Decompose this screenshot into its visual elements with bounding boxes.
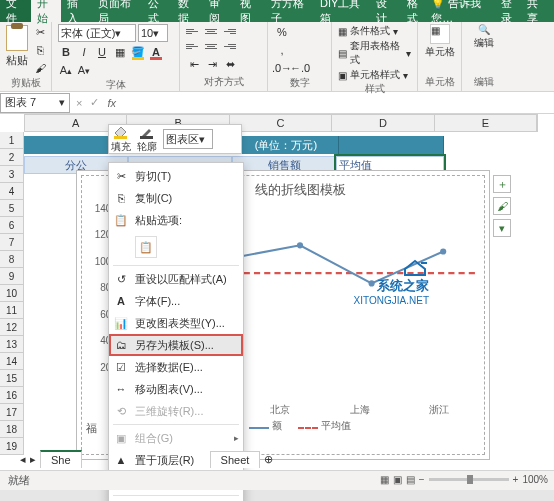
bucket-icon — [113, 125, 129, 139]
scissors-icon: ✂ — [114, 169, 128, 183]
legend-dash-line-icon — [298, 427, 318, 429]
increase-font-button[interactable]: A▴ — [58, 62, 74, 78]
tab-format[interactable]: 格式 — [401, 0, 432, 22]
menu-save-as-template[interactable]: 🗂另存为模板(S)... — [109, 334, 243, 356]
tab-review[interactable]: 审阅 — [203, 0, 234, 22]
clipboard-small-icon: 📋 — [114, 213, 128, 227]
menu-3d-rotation: ⟲三维旋转(R)... — [109, 400, 243, 422]
border-button[interactable]: ▦ — [112, 44, 128, 60]
menu-font[interactable]: A字体(F)... — [109, 290, 243, 312]
sheet-tab-2[interactable]: Sheet — [210, 451, 261, 468]
menu-change-chart-type[interactable]: 📊更改图表类型(Y)... — [109, 312, 243, 334]
chart-elements-button[interactable]: ＋ — [493, 175, 511, 193]
new-sheet-button[interactable]: ⊕ — [264, 453, 273, 466]
share-button[interactable]: 共享 — [527, 0, 546, 26]
conditional-format-button[interactable]: ▦条件格式 ▾ — [338, 24, 398, 38]
increase-decimal-button[interactable]: .0→ — [274, 60, 290, 76]
tab-design[interactable]: 设计 — [370, 0, 401, 22]
fx-icon[interactable]: fx — [107, 97, 116, 109]
house-icon — [401, 257, 429, 277]
menu-move-chart[interactable]: ↔移动图表(V)... — [109, 378, 243, 400]
ribbon-tabs: 文件 开始 插入 页面布局 公式 数据 审阅 视图 方方格子 DIY工具箱 设计… — [0, 0, 431, 22]
cancel-icon[interactable]: × — [76, 97, 82, 109]
percent-button[interactable]: % — [274, 24, 290, 40]
view-page-icon[interactable]: ▣ — [393, 474, 402, 485]
tab-page-layout[interactable]: 页面布局 — [92, 0, 141, 22]
merge-button[interactable]: ⬌ — [222, 56, 238, 72]
chart-area-select[interactable]: 图表区 ▾ — [163, 129, 213, 149]
formula-bar: 图表 7▾ × ✓ fx — [0, 92, 554, 114]
copy-button[interactable]: ⎘ — [32, 42, 48, 58]
alignment-grid[interactable] — [186, 24, 236, 53]
cell-icon: ▣ — [338, 70, 347, 81]
zoom-level[interactable]: 100% — [522, 474, 548, 485]
sheet-nav-next[interactable]: ▸ — [30, 453, 36, 466]
increase-indent-button[interactable]: ⇥ — [204, 56, 220, 72]
comma-button[interactable]: , — [274, 42, 290, 58]
find-icon[interactable]: 🔍 — [478, 24, 490, 35]
cut-button[interactable]: ✂ — [32, 24, 48, 40]
clipboard-group-label: 剪贴板 — [6, 76, 45, 90]
tab-view[interactable]: 视图 — [234, 0, 265, 22]
menu-reset-style[interactable]: ↺重设以匹配样式(A) — [109, 268, 243, 290]
title-bar: 文件 开始 插入 页面布局 公式 数据 审阅 视图 方方格子 DIY工具箱 设计… — [0, 0, 554, 22]
tab-home[interactable]: 开始 — [31, 0, 62, 22]
table-icon: ▦ — [338, 26, 347, 37]
zoom-in-button[interactable]: + — [513, 474, 519, 485]
outline-button[interactable]: 轮廓 — [137, 125, 157, 154]
menu-paste-options: 📋粘贴选项: — [109, 209, 243, 231]
tab-data[interactable]: 数据 — [172, 0, 203, 22]
confirm-icon[interactable]: ✓ — [90, 96, 99, 109]
font-color-button[interactable]: A — [148, 44, 164, 60]
cells-insert-icon[interactable]: ▦ — [430, 24, 450, 44]
cell-styles-button[interactable]: ▣单元格样式 ▾ — [338, 68, 408, 82]
chart-type-icon: 📊 — [114, 316, 128, 330]
column-headers[interactable]: ABCDE — [24, 114, 538, 132]
row-headers[interactable]: 12345678910111213141516171819 — [0, 132, 24, 455]
move-icon: ↔ — [114, 382, 128, 396]
italic-button[interactable]: I — [76, 44, 92, 60]
bold-button[interactable]: B — [58, 44, 74, 60]
decrease-indent-button[interactable]: ⇤ — [186, 56, 202, 72]
underline-button[interactable]: U — [94, 44, 110, 60]
paste-option-1[interactable]: 📋 — [135, 236, 157, 258]
tab-file[interactable]: 文件 — [0, 0, 31, 22]
zoom-out-button[interactable]: − — [419, 474, 425, 485]
chart-styles-button[interactable]: 🖌 — [493, 197, 511, 215]
menu-copy[interactable]: ⎘复制(C) — [109, 187, 243, 209]
grid-icon: ▤ — [338, 48, 347, 59]
pen-icon — [139, 125, 155, 139]
name-box[interactable]: 图表 7▾ — [0, 93, 70, 113]
decrease-font-button[interactable]: A▾ — [76, 62, 92, 78]
editing-group-label: 编辑 — [468, 75, 500, 89]
status-ready: 就绪 — [8, 473, 30, 488]
view-break-icon[interactable]: ▤ — [406, 474, 415, 485]
svg-rect-6 — [114, 136, 127, 139]
fill-color-button[interactable]: 🪣 — [130, 44, 146, 60]
tab-ffgz[interactable]: 方方格子 — [265, 0, 314, 22]
font-icon: A — [114, 294, 128, 308]
tab-insert[interactable]: 插入 — [61, 0, 92, 22]
format-as-table-button[interactable]: ▤套用表格格式 ▾ — [338, 39, 411, 67]
menu-select-data[interactable]: ☑选择数据(E)... — [109, 356, 243, 378]
sheet-tab-1[interactable]: She — [40, 450, 82, 468]
format-painter-button[interactable]: 🖌 — [32, 60, 48, 76]
tab-diy[interactable]: DIY工具箱 — [314, 0, 370, 22]
copy-icon: ⎘ — [114, 191, 128, 205]
decrease-decimal-button[interactable]: ←.0 — [292, 60, 308, 76]
ribbon: 粘贴 ✂ ⎘ 🖌 剪贴板 宋体 (正文) ▾ 10 ▾ B I U ▦ 🪣 A — [0, 22, 554, 92]
menu-group: ▣组合(G)▸ — [109, 427, 243, 449]
paste-button[interactable]: 粘贴 — [6, 24, 28, 68]
menu-cut[interactable]: ✂剪切(T) — [109, 165, 243, 187]
view-normal-icon[interactable]: ▦ — [380, 474, 389, 485]
zoom-slider[interactable] — [429, 478, 509, 481]
font-size-select[interactable]: 10 ▾ — [138, 24, 168, 42]
legend-solid-line-icon — [249, 427, 269, 429]
chart-filters-button[interactable]: ▾ — [493, 219, 511, 237]
font-name-select[interactable]: 宋体 (正文) ▾ — [58, 24, 136, 42]
fill-button[interactable]: 填充 — [111, 125, 131, 154]
number-group-label: 数字 — [274, 76, 325, 90]
tab-formulas[interactable]: 公式 — [142, 0, 173, 22]
worksheet[interactable]: ABCDE 12345678910111213141516171819 (单位：… — [0, 114, 554, 470]
sheet-nav-prev[interactable]: ◂ — [20, 453, 26, 466]
